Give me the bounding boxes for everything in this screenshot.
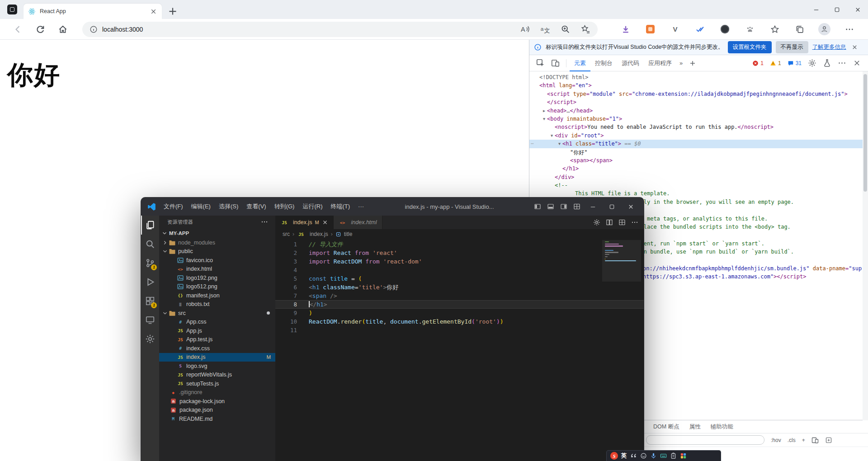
- ime-toolbox-icon[interactable]: [680, 452, 687, 459]
- issues-badge[interactable]: 31: [788, 60, 802, 66]
- inspect-element-icon[interactable]: [536, 59, 545, 67]
- devtools-tab-elements[interactable]: 元素: [570, 55, 590, 71]
- dark-circle-extension-icon[interactable]: [721, 25, 729, 33]
- code-line-9[interactable]: 9): [275, 309, 644, 317]
- file-item-src[interactable]: src: [159, 309, 275, 318]
- refresh-button[interactable]: [35, 24, 45, 34]
- split-editor-icon[interactable]: [606, 219, 613, 226]
- dom-tree-node[interactable]: ▶<head>…</head>: [529, 107, 863, 115]
- clipboard-icon[interactable]: [670, 452, 677, 459]
- editor-more-icon[interactable]: [631, 219, 638, 226]
- dom-tree-node[interactable]: <!DOCTYPE html>: [529, 73, 863, 81]
- code-line-8[interactable]: 8</h1>: [275, 300, 644, 309]
- breadcrumb-src[interactable]: src: [283, 231, 290, 237]
- home-button[interactable]: [58, 24, 68, 34]
- dom-tree-node[interactable]: ▼<body inmaintabuse="1">: [529, 115, 863, 123]
- menu-view[interactable]: 查看(V): [242, 198, 270, 216]
- file-item-App.test.js[interactable]: JSApp.test.js: [159, 335, 275, 344]
- file-item-package.json[interactable]: npackage.json: [159, 406, 275, 415]
- back-button[interactable]: [13, 24, 23, 34]
- devtools-close-icon[interactable]: [853, 59, 861, 67]
- file-item-index.html[interactable]: <>index.html: [159, 265, 275, 274]
- dom-tree-node[interactable]: <script type="module" src="chrome-extens…: [529, 90, 863, 98]
- file-item-App.js[interactable]: JSApp.js: [159, 326, 275, 335]
- file-item-robots.txt[interactable]: ≣robots.txt: [159, 300, 275, 309]
- add-panel-icon[interactable]: [689, 60, 696, 67]
- dom-tree-node[interactable]: <html lang="en">: [529, 81, 863, 89]
- dom-tree-node[interactable]: <!--: [529, 181, 863, 189]
- devtools-pane-tab-accessibility[interactable]: 辅助功能: [706, 423, 738, 431]
- toggle-secondary-sidebar-icon[interactable]: [557, 198, 570, 216]
- breadcrumb-index.js[interactable]: index.js: [310, 231, 328, 237]
- dom-tree-node[interactable]: </h1>: [529, 165, 863, 173]
- file-item-package-lock.json[interactable]: npackage-lock.json: [159, 397, 275, 406]
- notice-close-icon[interactable]: [851, 44, 858, 51]
- dom-tree-node[interactable]: <noscript>You need to enable JavaScript …: [529, 123, 863, 131]
- dismiss-button[interactable]: 不再显示: [776, 41, 808, 53]
- activity-remote-explorer-icon[interactable]: [141, 310, 159, 329]
- toggle-panel-icon[interactable]: [544, 198, 557, 216]
- tab-close-icon[interactable]: [322, 219, 328, 226]
- menu-file[interactable]: 文件(F): [160, 198, 187, 216]
- error-badge[interactable]: 1: [752, 60, 764, 66]
- code-line-1[interactable]: 1// 导入文件: [275, 240, 644, 249]
- browser-menu-icon[interactable]: [845, 25, 854, 34]
- dom-tree-node[interactable]: ⋯▼<h1 class="title"> == $0: [529, 140, 863, 148]
- url-text[interactable]: localhost:3000: [102, 26, 143, 33]
- learn-more-link[interactable]: 了解更多信息: [812, 43, 846, 51]
- code-line-2[interactable]: 2import React from 'react': [275, 249, 644, 257]
- code-line-7[interactable]: 7<span />: [275, 292, 644, 300]
- dom-tree-node[interactable]: This HTML file is a template.: [529, 189, 863, 198]
- read-aloud-icon[interactable]: A: [520, 24, 529, 34]
- dom-tree-node[interactable]: ▼<div id="root">: [529, 132, 863, 140]
- code-editor[interactable]: 1// 导入文件2import React from 'react'3impor…: [275, 239, 644, 461]
- file-item-setupTests.js[interactable]: JSsetupTests.js: [159, 379, 275, 388]
- file-item-App.css[interactable]: #App.css: [159, 318, 275, 327]
- dom-tree-node[interactable]: <span></span>: [529, 156, 863, 165]
- code-line-3[interactable]: 3import ReactDOM from 'react-dom': [275, 257, 644, 266]
- file-item-manifest.json[interactable]: {}manifest.json: [159, 291, 275, 300]
- profile-avatar[interactable]: [818, 23, 830, 35]
- code-line-6[interactable]: 6<h1 className='title'>你好: [275, 283, 644, 292]
- devtools-settings-icon[interactable]: [808, 59, 816, 67]
- file-item-favicon.ico[interactable]: favicon.ico: [159, 256, 275, 265]
- activity-source-control-icon[interactable]: 1: [141, 254, 159, 273]
- expand-arrow-icon[interactable]: ▶: [541, 107, 547, 115]
- dom-tree-node[interactable]: </div>: [529, 173, 863, 181]
- voice-input-icon[interactable]: [650, 452, 657, 459]
- activity-run-and-debug-icon[interactable]: [141, 273, 159, 292]
- site-info-icon[interactable]: [90, 25, 98, 33]
- ime-language-toggle[interactable]: 英: [621, 452, 627, 460]
- translate-icon[interactable]: a文: [540, 24, 550, 34]
- add-rule-icon[interactable]: [825, 437, 832, 444]
- v-extension-icon[interactable]: V: [673, 25, 677, 33]
- code-line-4[interactable]: 4: [275, 266, 644, 274]
- zoom-icon[interactable]: [561, 24, 570, 34]
- file-item-logo.svg[interactable]: Slogo.svg: [159, 362, 275, 371]
- collections-icon[interactable]: [795, 25, 804, 34]
- editor-layout-icon[interactable]: [618, 219, 626, 226]
- vscode-title-bar[interactable]: 文件(F)编辑(E)选择(S)查看(V)转到(G)运行(R)终端(T)··· i…: [141, 198, 644, 216]
- file-item-README.md[interactable]: MREADME.md: [159, 414, 275, 423]
- vscode-minimize-button[interactable]: [583, 198, 602, 216]
- scrollbar-thumb[interactable]: [863, 74, 867, 192]
- menu-go[interactable]: 转到(G): [270, 198, 299, 216]
- warning-badge[interactable]: 1: [770, 60, 781, 66]
- set-root-folder-button[interactable]: 设置根文件夹: [728, 41, 772, 53]
- file-item-index.css[interactable]: #index.css: [159, 344, 275, 353]
- code-line-5[interactable]: 5const title = (: [275, 274, 644, 283]
- file-item-.gitignore[interactable]: ◆.gitignore: [159, 388, 275, 397]
- file-item-public[interactable]: public: [159, 247, 275, 256]
- file-item-node_modules[interactable]: node_modules: [159, 238, 275, 247]
- menu-edit[interactable]: 编辑(E): [187, 198, 215, 216]
- sogou-logo-icon[interactable]: S: [610, 452, 618, 460]
- menu-run[interactable]: 运行(R): [298, 198, 326, 216]
- devtools-more-icon[interactable]: [838, 59, 846, 67]
- devtools-pane-tab-dom-breakpoints[interactable]: DOM 断点: [648, 423, 684, 431]
- expand-arrow-icon[interactable]: ▼: [541, 115, 547, 123]
- file-item-index.js[interactable]: JSindex.jsM: [159, 353, 275, 362]
- activity-search-icon[interactable]: [141, 235, 159, 254]
- class-toggle[interactable]: .cls: [788, 437, 796, 443]
- editor-gear-icon[interactable]: [593, 219, 600, 226]
- node-more-icon[interactable]: ⋯: [531, 140, 534, 148]
